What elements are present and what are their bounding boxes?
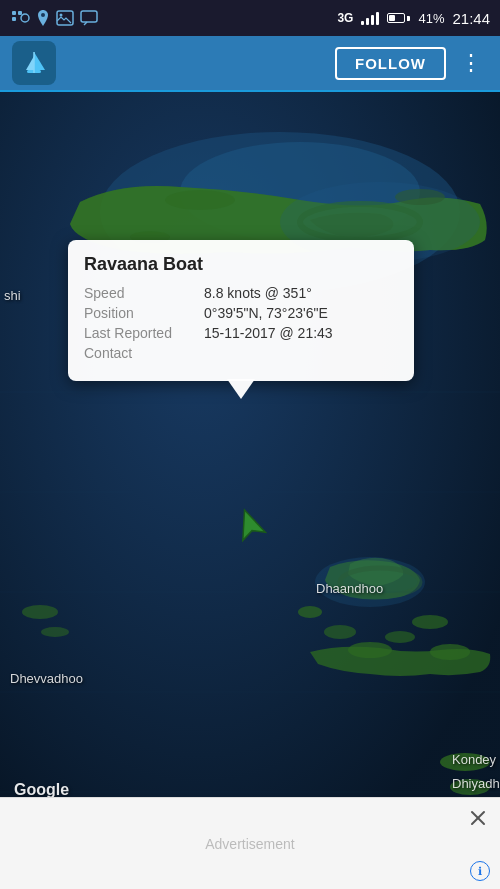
image-icon xyxy=(56,10,74,26)
status-bar: 3G 41% 21:44 xyxy=(0,0,500,36)
map-label-kondey: Kondey xyxy=(452,752,496,767)
position-row: Position 0°39'5"N, 73°23'6"E xyxy=(84,305,398,321)
time-display: 21:44 xyxy=(452,10,490,27)
ad-close-button[interactable] xyxy=(466,806,490,830)
bar2 xyxy=(366,18,369,25)
last-reported-label: Last Reported xyxy=(84,325,204,341)
speed-label: Speed xyxy=(84,285,204,301)
position-value: 0°39'5"N, 73°23'6"E xyxy=(204,305,328,321)
sail-icon xyxy=(19,48,49,78)
contact-row: Contact xyxy=(84,345,398,361)
map-islands-svg xyxy=(0,92,500,889)
close-icon xyxy=(469,809,487,827)
map-label-dhaandhoo: Dhaandhoo xyxy=(316,581,383,596)
speed-value: 8.8 knots @ 351° xyxy=(204,285,312,301)
battery-indicator xyxy=(387,13,410,23)
ad-banner: Advertisement ℹ xyxy=(0,797,500,889)
boat-info-popup: Ravaana Boat Speed 8.8 knots @ 351° Posi… xyxy=(68,240,414,381)
map-label-shi: shi xyxy=(4,288,21,303)
svg-rect-7 xyxy=(81,11,97,22)
svg-rect-2 xyxy=(12,17,16,21)
last-reported-value: 15-11-2017 @ 21:43 xyxy=(204,325,333,341)
svg-point-20 xyxy=(324,625,356,639)
bar1 xyxy=(361,21,364,25)
location-icon xyxy=(36,9,50,27)
svg-point-19 xyxy=(298,606,322,618)
map-view[interactable]: Ravaana Boat Speed 8.8 knots @ 351° Posi… xyxy=(0,92,500,889)
svg-point-4 xyxy=(41,13,45,17)
svg-point-3 xyxy=(21,14,29,22)
svg-point-22 xyxy=(385,631,415,643)
last-reported-row: Last Reported 15-11-2017 @ 21:43 xyxy=(84,325,398,341)
svg-rect-1 xyxy=(18,11,22,15)
map-label-dhevvadhoo: Dhevvadhoo xyxy=(10,671,83,686)
network-type: 3G xyxy=(337,11,353,25)
app-logo xyxy=(12,41,56,85)
toolbar-right: FOLLOW ⋮ xyxy=(335,46,488,80)
svg-point-16 xyxy=(165,190,235,210)
toolbar-left xyxy=(12,41,56,85)
bar3 xyxy=(371,15,374,25)
svg-point-28 xyxy=(41,627,69,637)
svg-rect-0 xyxy=(12,11,16,15)
svg-point-27 xyxy=(22,605,58,619)
speed-row: Speed 8.8 knots @ 351° xyxy=(84,285,398,301)
map-label-dhiyadh: Dhiyadh xyxy=(452,776,500,791)
status-icons xyxy=(10,9,98,27)
signal-bars xyxy=(361,11,379,25)
svg-marker-36 xyxy=(233,507,265,540)
status-right: 3G 41% 21:44 xyxy=(337,10,490,27)
app-toolbar: FOLLOW ⋮ xyxy=(0,36,500,92)
ad-placeholder-text: Advertisement xyxy=(205,836,294,852)
ad-content: Advertisement ℹ xyxy=(0,798,500,889)
battery-percent: 41% xyxy=(418,11,444,26)
more-menu-icon[interactable]: ⋮ xyxy=(454,46,488,80)
popup-title: Ravaana Boat xyxy=(84,254,398,275)
boat-marker[interactable] xyxy=(232,507,268,551)
position-label: Position xyxy=(84,305,204,321)
boat-arrow-icon xyxy=(232,507,268,547)
message-icon xyxy=(80,10,98,26)
contact-label: Contact xyxy=(84,345,204,361)
svg-point-23 xyxy=(412,615,448,629)
ad-info-button[interactable]: ℹ xyxy=(470,861,490,881)
bar4 xyxy=(376,12,379,25)
wifi-icon xyxy=(10,9,30,27)
follow-button[interactable]: FOLLOW xyxy=(335,47,446,80)
svg-point-6 xyxy=(60,14,63,17)
